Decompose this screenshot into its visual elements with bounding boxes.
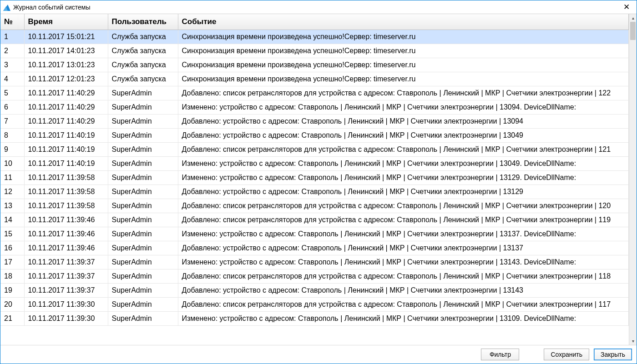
cell-event: Добавлено: список ретрансляторов для уст… xyxy=(178,213,629,227)
scroll-up-icon[interactable]: ▴ xyxy=(629,14,637,22)
cell-time: 10.11.2017 11:39:46 xyxy=(24,227,108,241)
cell-time: 10.11.2017 11:40:29 xyxy=(24,86,108,100)
cell-event: Добавлено: устройство с адресом: Ставроп… xyxy=(178,128,629,142)
table-row[interactable]: 310.11.2017 13:01:23Служба запускаСинхро… xyxy=(0,58,629,72)
close-button[interactable]: Закрыть xyxy=(594,349,632,360)
table-row[interactable]: 1310.11.2017 11:39:58SuperAdminДобавлено… xyxy=(0,199,629,213)
cell-n: 12 xyxy=(0,184,24,199)
table-row[interactable]: 510.11.2017 11:40:29SuperAdminДобавлено:… xyxy=(0,86,629,100)
table-row[interactable]: 1410.11.2017 11:39:46SuperAdminДобавлено… xyxy=(0,213,629,227)
cell-user: SuperAdmin xyxy=(108,283,178,297)
table-row[interactable]: 1710.11.2017 11:39:37SuperAdminИзменено:… xyxy=(0,255,629,269)
scroll-thumb[interactable] xyxy=(630,22,636,40)
cell-n: 5 xyxy=(0,86,24,100)
event-grid[interactable]: № Время Пользователь Событие 110.11.2017… xyxy=(0,14,629,345)
cell-user: SuperAdmin xyxy=(108,184,178,199)
table-row[interactable]: 1810.11.2017 11:39:37SuperAdminДобавлено… xyxy=(0,269,629,283)
col-header-time[interactable]: Время xyxy=(24,14,108,30)
col-header-event[interactable]: Событие xyxy=(178,14,629,30)
cell-user: SuperAdmin xyxy=(108,156,178,170)
cell-time: 10.11.2017 11:39:30 xyxy=(24,297,108,311)
cell-user: Служба запуска xyxy=(108,44,178,58)
cell-n: 4 xyxy=(0,72,24,86)
save-button[interactable]: Сохранить xyxy=(544,349,589,360)
cell-user: SuperAdmin xyxy=(108,142,178,156)
cell-time: 10.11.2017 12:01:23 xyxy=(24,72,108,86)
cell-time: 10.11.2017 11:39:37 xyxy=(24,269,108,283)
cell-n: 18 xyxy=(0,269,24,283)
cell-event: Добавлено: устройство с адресом: Ставроп… xyxy=(178,114,629,128)
cell-event: Изменено: устройство с адресом: Ставропо… xyxy=(178,170,629,184)
cell-time: 10.11.2017 11:39:46 xyxy=(24,213,108,227)
cell-event: Изменено: устройство с адресом: Ставропо… xyxy=(178,156,629,170)
cell-time: 10.11.2017 14:01:23 xyxy=(24,44,108,58)
table-row[interactable]: 1210.11.2017 11:39:58SuperAdminДобавлено… xyxy=(0,184,629,199)
cell-user: SuperAdmin xyxy=(108,269,178,283)
cell-user: SuperAdmin xyxy=(108,170,178,184)
cell-time: 10.11.2017 13:01:23 xyxy=(24,58,108,72)
cell-time: 10.11.2017 11:39:37 xyxy=(24,255,108,269)
table-row[interactable]: 210.11.2017 14:01:23Служба запускаСинхро… xyxy=(0,44,629,58)
table-row[interactable]: 2110.11.2017 11:39:30SuperAdminИзменено:… xyxy=(0,311,629,325)
cell-n: 14 xyxy=(0,213,24,227)
cell-n: 11 xyxy=(0,170,24,184)
cell-event: Синхронизация времени произведена успешн… xyxy=(178,44,629,58)
col-header-user[interactable]: Пользователь xyxy=(108,14,178,30)
cell-user: SuperAdmin xyxy=(108,199,178,213)
cell-event: Добавлено: список ретрансляторов для уст… xyxy=(178,142,629,156)
header-row: № Время Пользователь Событие xyxy=(0,14,629,30)
cell-user: SuperAdmin xyxy=(108,297,178,311)
cell-event: Изменено: устройство с адресом: Ставропо… xyxy=(178,227,629,241)
col-header-num[interactable]: № xyxy=(0,14,24,30)
cell-time: 10.11.2017 11:39:58 xyxy=(24,170,108,184)
table-row[interactable]: 710.11.2017 11:40:29SuperAdminДобавлено:… xyxy=(0,114,629,128)
cell-n: 8 xyxy=(0,128,24,142)
filter-button[interactable]: Фильтр xyxy=(481,349,519,360)
close-button-label: Закрыть xyxy=(601,351,625,358)
table-row[interactable]: 1610.11.2017 11:39:46SuperAdminДобавлено… xyxy=(0,241,629,255)
cell-user: SuperAdmin xyxy=(108,227,178,241)
window-close-button[interactable]: ✕ xyxy=(616,0,637,14)
close-icon: ✕ xyxy=(623,2,630,12)
cell-user: SuperAdmin xyxy=(108,213,178,227)
cell-event: Синхронизация времени произведена успешн… xyxy=(178,30,629,44)
table-row[interactable]: 1010.11.2017 11:40:19SuperAdminИзменено:… xyxy=(0,156,629,170)
table-row[interactable]: 1110.11.2017 11:39:58SuperAdminИзменено:… xyxy=(0,170,629,184)
cell-n: 17 xyxy=(0,255,24,269)
cell-user: SuperAdmin xyxy=(108,100,178,114)
table-row[interactable]: 2010.11.2017 11:39:30SuperAdminДобавлено… xyxy=(0,297,629,311)
cell-time: 10.11.2017 11:40:29 xyxy=(24,100,108,114)
vertical-scrollbar[interactable]: ▴ ▾ xyxy=(629,14,637,345)
cell-event: Добавлено: список ретрансляторов для уст… xyxy=(178,269,629,283)
footer: Фильтр Сохранить Закрыть xyxy=(0,345,637,364)
cell-time: 10.11.2017 11:40:19 xyxy=(24,156,108,170)
cell-event: Добавлено: список ретрансляторов для уст… xyxy=(178,199,629,213)
cell-event: Добавлено: список ретрансляторов для уст… xyxy=(178,86,629,100)
cell-n: 7 xyxy=(0,114,24,128)
table-row[interactable]: 410.11.2017 12:01:23Служба запускаСинхро… xyxy=(0,72,629,86)
window-title: Журнал событий системы xyxy=(13,4,616,11)
table-row[interactable]: 1910.11.2017 11:39:37SuperAdminДобавлено… xyxy=(0,283,629,297)
app-icon xyxy=(3,4,10,11)
cell-user: SuperAdmin xyxy=(108,128,178,142)
cell-n: 20 xyxy=(0,297,24,311)
cell-event: Добавлено: устройство с адресом: Ставроп… xyxy=(178,184,629,199)
cell-time: 10.11.2017 11:40:19 xyxy=(24,128,108,142)
window: Журнал событий системы ✕ № Время Пользов… xyxy=(0,0,637,364)
cell-time: 10.11.2017 11:39:30 xyxy=(24,311,108,325)
table-row[interactable]: 910.11.2017 11:40:19SuperAdminДобавлено:… xyxy=(0,142,629,156)
save-button-label: Сохранить xyxy=(551,351,582,358)
scroll-track[interactable] xyxy=(629,22,637,337)
table-row[interactable]: 110.11.2017 15:01:21Служба запускаСинхро… xyxy=(0,30,629,44)
cell-time: 10.11.2017 11:40:19 xyxy=(24,142,108,156)
cell-event: Синхронизация времени произведена успешн… xyxy=(178,72,629,86)
cell-event: Изменено: устройство с адресом: Ставропо… xyxy=(178,255,629,269)
cell-n: 16 xyxy=(0,241,24,255)
table-row[interactable]: 1510.11.2017 11:39:46SuperAdminИзменено:… xyxy=(0,227,629,241)
cell-time: 10.11.2017 11:39:58 xyxy=(24,199,108,213)
cell-n: 13 xyxy=(0,199,24,213)
cell-user: SuperAdmin xyxy=(108,311,178,325)
table-row[interactable]: 610.11.2017 11:40:29SuperAdminИзменено: … xyxy=(0,100,629,114)
table-row[interactable]: 810.11.2017 11:40:19SuperAdminДобавлено:… xyxy=(0,128,629,142)
scroll-down-icon[interactable]: ▾ xyxy=(629,337,637,345)
